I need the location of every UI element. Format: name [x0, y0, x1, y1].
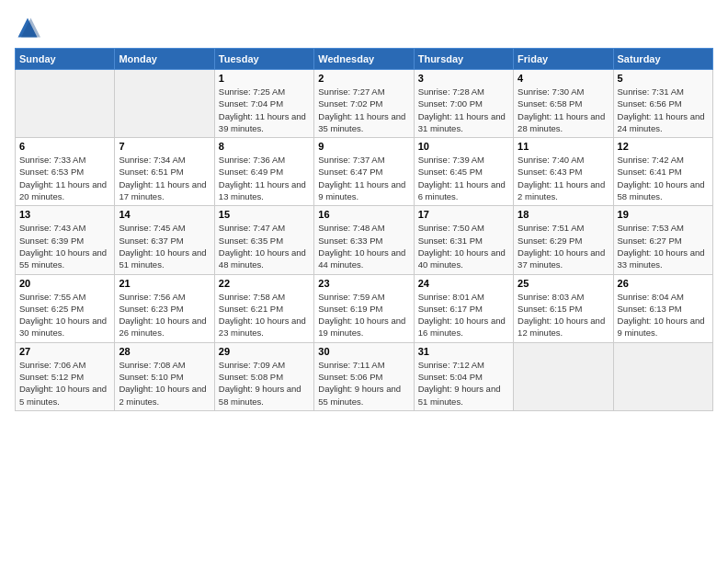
day-info: Sunrise: 7:09 AMSunset: 5:08 PMDaylight:…	[219, 359, 310, 408]
day-info: Sunrise: 8:04 AMSunset: 6:13 PMDaylight:…	[618, 291, 709, 339]
day-info: Sunrise: 7:25 AMSunset: 7:04 PMDaylight:…	[219, 86, 310, 134]
calendar-cell: 21Sunrise: 7:56 AMSunset: 6:23 PMDayligh…	[115, 274, 214, 342]
calendar-cell: 26Sunrise: 8:04 AMSunset: 6:13 PMDayligh…	[613, 274, 712, 342]
day-number: 4	[518, 73, 609, 84]
calendar-cell: 9Sunrise: 7:37 AMSunset: 6:47 PMDaylight…	[314, 138, 414, 206]
day-number: 14	[119, 209, 210, 220]
day-number: 10	[418, 141, 509, 152]
day-number: 21	[119, 278, 210, 289]
logo-icon	[15, 15, 40, 40]
calendar-cell: 6Sunrise: 7:33 AMSunset: 6:53 PMDaylight…	[16, 138, 115, 206]
day-info: Sunrise: 7:42 AMSunset: 6:41 PMDaylight:…	[618, 154, 709, 202]
day-info: Sunrise: 7:08 AMSunset: 5:10 PMDaylight:…	[119, 359, 210, 408]
day-info: Sunrise: 7:56 AMSunset: 6:23 PMDaylight:…	[119, 291, 210, 339]
day-info: Sunrise: 7:51 AMSunset: 6:29 PMDaylight:…	[518, 222, 609, 270]
day-number: 1	[219, 73, 310, 84]
calendar-cell: 4Sunrise: 7:30 AMSunset: 6:58 PMDaylight…	[514, 70, 613, 138]
calendar-cell: 3Sunrise: 7:28 AMSunset: 7:00 PMDaylight…	[414, 70, 513, 138]
day-number: 27	[19, 346, 110, 357]
calendar-cell: 24Sunrise: 8:01 AMSunset: 6:17 PMDayligh…	[414, 274, 513, 342]
calendar-cell: 18Sunrise: 7:51 AMSunset: 6:29 PMDayligh…	[514, 206, 613, 274]
calendar-body: 1Sunrise: 7:25 AMSunset: 7:04 PMDaylight…	[16, 70, 713, 411]
calendar-cell: 5Sunrise: 7:31 AMSunset: 6:56 PMDaylight…	[613, 70, 712, 138]
day-info: Sunrise: 7:27 AMSunset: 7:02 PMDaylight:…	[318, 86, 409, 134]
day-number: 6	[19, 141, 110, 152]
day-info: Sunrise: 7:50 AMSunset: 6:31 PMDaylight:…	[418, 222, 509, 270]
day-number: 25	[518, 278, 609, 289]
day-info: Sunrise: 7:58 AMSunset: 6:21 PMDaylight:…	[219, 291, 310, 339]
calendar-cell: 2Sunrise: 7:27 AMSunset: 7:02 PMDaylight…	[314, 70, 414, 138]
day-number: 9	[318, 141, 409, 152]
day-number: 22	[219, 278, 310, 289]
calendar-cell	[514, 342, 613, 410]
day-info: Sunrise: 7:11 AMSunset: 5:06 PMDaylight:…	[318, 359, 409, 408]
calendar-cell: 20Sunrise: 7:55 AMSunset: 6:25 PMDayligh…	[16, 274, 115, 342]
day-info: Sunrise: 8:03 AMSunset: 6:15 PMDaylight:…	[518, 291, 609, 339]
day-number: 20	[19, 278, 110, 289]
day-info: Sunrise: 7:53 AMSunset: 6:27 PMDaylight:…	[618, 222, 709, 270]
day-number: 13	[19, 209, 110, 220]
calendar-cell: 28Sunrise: 7:08 AMSunset: 5:10 PMDayligh…	[115, 342, 214, 410]
calendar-cell: 23Sunrise: 7:59 AMSunset: 6:19 PMDayligh…	[314, 274, 414, 342]
day-info: Sunrise: 7:06 AMSunset: 5:12 PMDaylight:…	[19, 359, 110, 408]
day-number: 15	[219, 209, 310, 220]
calendar-cell: 10Sunrise: 7:39 AMSunset: 6:45 PMDayligh…	[414, 138, 513, 206]
weekday-header: Wednesday	[314, 49, 414, 70]
calendar-cell: 17Sunrise: 7:50 AMSunset: 6:31 PMDayligh…	[414, 206, 513, 274]
day-number: 12	[618, 141, 709, 152]
calendar-cell: 7Sunrise: 7:34 AMSunset: 6:51 PMDaylight…	[115, 138, 214, 206]
day-number: 17	[418, 209, 509, 220]
calendar-cell	[16, 70, 115, 138]
day-info: Sunrise: 7:31 AMSunset: 6:56 PMDaylight:…	[618, 86, 709, 134]
day-info: Sunrise: 7:12 AMSunset: 5:04 PMDaylight:…	[418, 359, 509, 408]
weekday-header: Thursday	[414, 49, 513, 70]
day-number: 29	[219, 346, 310, 357]
weekday-header: Saturday	[613, 49, 712, 70]
calendar-cell: 30Sunrise: 7:11 AMSunset: 5:06 PMDayligh…	[314, 342, 414, 410]
weekday-header: Tuesday	[214, 49, 313, 70]
day-number: 8	[219, 141, 310, 152]
calendar-cell: 12Sunrise: 7:42 AMSunset: 6:41 PMDayligh…	[613, 138, 712, 206]
calendar-week-row: 20Sunrise: 7:55 AMSunset: 6:25 PMDayligh…	[16, 274, 713, 342]
calendar-cell: 29Sunrise: 7:09 AMSunset: 5:08 PMDayligh…	[214, 342, 313, 410]
calendar-cell: 16Sunrise: 7:48 AMSunset: 6:33 PMDayligh…	[314, 206, 414, 274]
day-number: 2	[318, 73, 409, 84]
weekday-header: Sunday	[16, 49, 115, 70]
day-info: Sunrise: 7:43 AMSunset: 6:39 PMDaylight:…	[19, 222, 110, 270]
day-number: 30	[318, 346, 409, 357]
day-number: 23	[318, 278, 409, 289]
day-info: Sunrise: 7:33 AMSunset: 6:53 PMDaylight:…	[19, 154, 110, 202]
calendar-week-row: 27Sunrise: 7:06 AMSunset: 5:12 PMDayligh…	[16, 342, 713, 410]
day-number: 24	[418, 278, 509, 289]
day-number: 28	[119, 346, 210, 357]
calendar-cell: 1Sunrise: 7:25 AMSunset: 7:04 PMDaylight…	[214, 70, 313, 138]
calendar-cell	[115, 70, 214, 138]
calendar-cell: 25Sunrise: 8:03 AMSunset: 6:15 PMDayligh…	[514, 274, 613, 342]
calendar-cell: 22Sunrise: 7:58 AMSunset: 6:21 PMDayligh…	[214, 274, 313, 342]
calendar-header: SundayMondayTuesdayWednesdayThursdayFrid…	[16, 49, 713, 70]
weekday-header: Monday	[115, 49, 214, 70]
day-info: Sunrise: 7:39 AMSunset: 6:45 PMDaylight:…	[418, 154, 509, 202]
day-info: Sunrise: 7:48 AMSunset: 6:33 PMDaylight:…	[318, 222, 409, 270]
logo	[15, 15, 44, 40]
day-info: Sunrise: 7:40 AMSunset: 6:43 PMDaylight:…	[518, 154, 609, 202]
calendar-cell: 19Sunrise: 7:53 AMSunset: 6:27 PMDayligh…	[613, 206, 712, 274]
day-number: 18	[518, 209, 609, 220]
day-number: 26	[618, 278, 709, 289]
day-number: 7	[119, 141, 210, 152]
day-number: 3	[418, 73, 509, 84]
calendar-cell: 13Sunrise: 7:43 AMSunset: 6:39 PMDayligh…	[16, 206, 115, 274]
calendar-week-row: 13Sunrise: 7:43 AMSunset: 6:39 PMDayligh…	[16, 206, 713, 274]
day-info: Sunrise: 7:59 AMSunset: 6:19 PMDaylight:…	[318, 291, 409, 339]
day-info: Sunrise: 7:30 AMSunset: 6:58 PMDaylight:…	[518, 86, 609, 134]
day-info: Sunrise: 8:01 AMSunset: 6:17 PMDaylight:…	[418, 291, 509, 339]
calendar-cell: 8Sunrise: 7:36 AMSunset: 6:49 PMDaylight…	[214, 138, 313, 206]
day-info: Sunrise: 7:55 AMSunset: 6:25 PMDaylight:…	[19, 291, 110, 339]
calendar-cell: 11Sunrise: 7:40 AMSunset: 6:43 PMDayligh…	[514, 138, 613, 206]
weekday-row: SundayMondayTuesdayWednesdayThursdayFrid…	[16, 49, 713, 70]
calendar-cell: 15Sunrise: 7:47 AMSunset: 6:35 PMDayligh…	[214, 206, 313, 274]
calendar-week-row: 6Sunrise: 7:33 AMSunset: 6:53 PMDaylight…	[16, 138, 713, 206]
day-number: 19	[618, 209, 709, 220]
calendar-table: SundayMondayTuesdayWednesdayThursdayFrid…	[15, 48, 713, 411]
day-info: Sunrise: 7:28 AMSunset: 7:00 PMDaylight:…	[418, 86, 509, 134]
